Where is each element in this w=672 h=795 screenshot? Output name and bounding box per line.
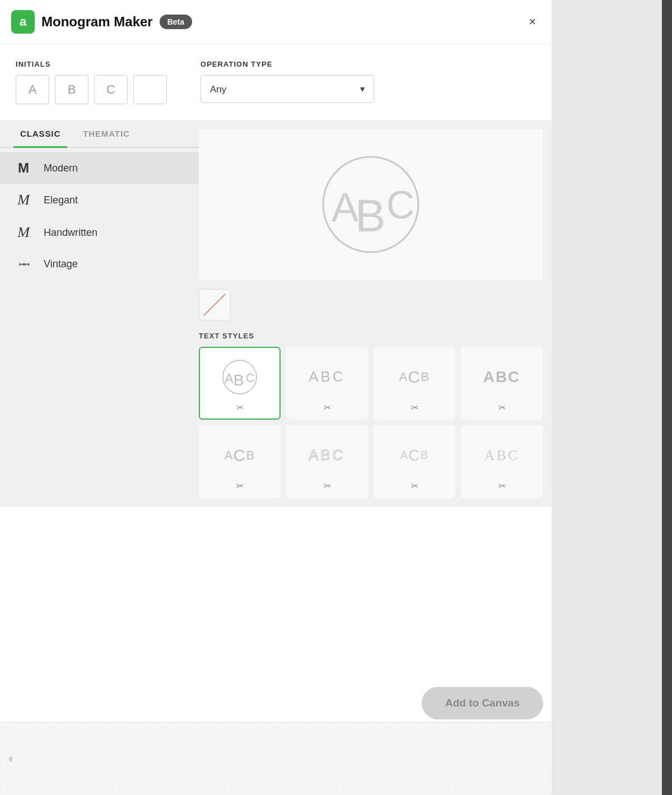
text-styles-section: TEXT STYLES A B C ✂ [199, 329, 543, 498]
style-item-modern[interactable]: M Modern [0, 152, 199, 184]
canvas-area: 8 [0, 722, 552, 795]
style-card-3[interactable]: ACB ✂ [374, 347, 455, 420]
color-swatch-diagonal-svg [199, 290, 230, 320]
add-to-canvas-button[interactable]: Add to Canvas [422, 687, 543, 719]
style-icon-modern: M [13, 160, 34, 176]
close-button[interactable]: × [526, 13, 538, 30]
style-card-text-2: ABC [309, 355, 345, 399]
header-left: a Monogram Maker Beta [11, 10, 192, 34]
style-card-svg-1: A B C [220, 357, 259, 397]
style-icon-vintage: ꟷꟷ [13, 257, 34, 271]
monogram-preview: A B C [315, 148, 427, 261]
style-card-icon-5: ✂ [236, 481, 244, 491]
style-card-1[interactable]: A B C ✂ [199, 347, 281, 420]
style-card-text-6: ABC [309, 433, 345, 477]
text-styles-grid: A B C ✂ ABC ✂ [199, 347, 543, 498]
initial-input-4[interactable] [133, 75, 167, 104]
style-card-icon-2: ✂ [324, 402, 331, 413]
style-list: M Modern M Elegant M Handwritten ꟷꟷ Vint… [0, 148, 199, 283]
tab-classic[interactable]: CLASSIC [13, 120, 67, 148]
svg-text:A: A [332, 185, 358, 230]
style-item-elegant[interactable]: M Elegant [0, 184, 199, 216]
style-card-icon-7: ✂ [411, 481, 418, 491]
app-logo: a [11, 10, 35, 34]
style-icon-elegant: M [13, 192, 34, 208]
style-card-2[interactable]: ABC ✂ [286, 347, 368, 420]
style-card-6[interactable]: ABC ✂ [286, 425, 368, 498]
initial-input-2[interactable]: B [55, 75, 88, 104]
style-icon-handwritten: M [13, 224, 34, 241]
operation-select-wrapper: Any Embroidery Laser Engraving Print ▼ [200, 75, 374, 103]
operation-label: OPERATION TYPE [200, 60, 374, 68]
style-card-text-4: ABC [483, 355, 521, 399]
svg-text:A: A [225, 371, 234, 386]
color-swatch[interactable] [199, 289, 230, 320]
style-card-text-7: ACB [400, 433, 428, 477]
style-card-text-8: ABC [484, 433, 519, 477]
tab-bar: CLASSIC THEMATIC [0, 120, 199, 148]
color-swatch-row [199, 289, 543, 320]
style-card-icon-3: ✂ [411, 402, 418, 413]
style-card-icon-8: ✂ [498, 481, 506, 491]
initials-label: INITIALS [16, 60, 167, 68]
right-panel: A B C TEXT STYLES [199, 120, 552, 507]
style-label-modern: Modern [44, 162, 78, 174]
monogram-svg: A B C [315, 148, 427, 261]
initials-group: INITIALS A B C [16, 60, 167, 104]
initials-inputs: A B C [16, 75, 167, 104]
app-title: Monogram Maker [41, 14, 153, 30]
style-label-vintage: Vintage [44, 258, 78, 270]
header: a Monogram Maker Beta × [0, 0, 552, 44]
svg-text:C: C [246, 371, 255, 385]
style-item-vintage[interactable]: ꟷꟷ Vintage [0, 249, 199, 279]
style-card-icon-1: ✂ [236, 402, 244, 413]
style-label-handwritten: Handwritten [44, 227, 97, 239]
controls-row: INITIALS A B C OPERATION TYPE Any Embroi… [0, 44, 552, 120]
content-area: CLASSIC THEMATIC M Modern M Elegant M [0, 120, 552, 507]
text-styles-label: TEXT STYLES [199, 329, 543, 347]
style-card-5[interactable]: ACB ✂ [199, 425, 281, 498]
style-card-text-3: ACB [399, 355, 430, 399]
preview-area: A B C [199, 129, 543, 280]
canvas-ruler-label: 8 [9, 756, 12, 763]
style-card-8[interactable]: ABC ✂ [461, 425, 543, 498]
style-label-elegant: Elegant [44, 194, 78, 206]
operation-group: OPERATION TYPE Any Embroidery Laser Engr… [200, 60, 374, 103]
svg-text:B: B [234, 371, 245, 389]
style-card-icon-4: ✂ [498, 402, 506, 413]
svg-text:C: C [386, 183, 415, 227]
canvas-grid [0, 723, 552, 795]
tab-thematic[interactable]: THEMATIC [76, 120, 137, 148]
style-card-text-1: A B C [220, 355, 259, 399]
svg-text:B: B [355, 190, 386, 241]
initial-input-3[interactable]: C [94, 75, 128, 104]
operation-select[interactable]: Any Embroidery Laser Engraving Print [200, 75, 374, 103]
style-card-4[interactable]: ABC ✂ [461, 347, 543, 420]
style-card-7[interactable]: ACB ✂ [374, 425, 455, 498]
style-card-text-5: ACB [225, 433, 255, 477]
sidebar: CLASSIC THEMATIC M Modern M Elegant M [0, 120, 199, 507]
style-item-handwritten[interactable]: M Handwritten [0, 216, 199, 249]
initial-input-1[interactable]: A [16, 75, 49, 104]
right-edge-bar [662, 0, 672, 795]
beta-badge: Beta [160, 15, 192, 29]
style-card-icon-6: ✂ [324, 481, 331, 491]
